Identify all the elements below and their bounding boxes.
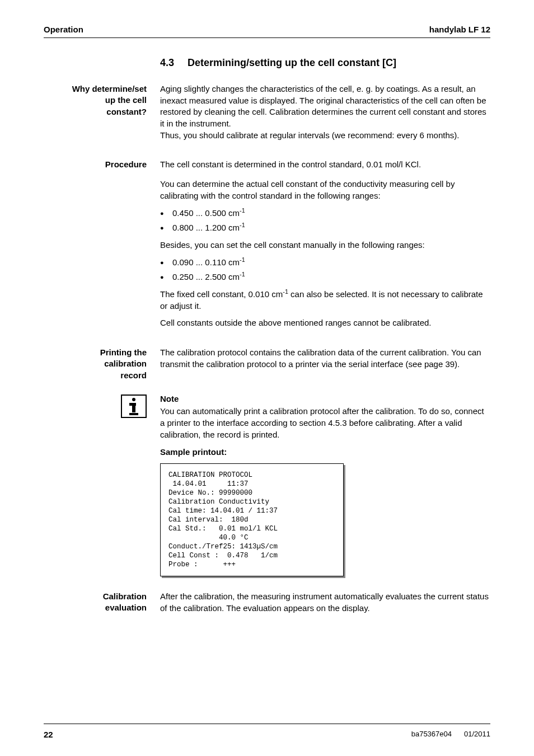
procedure-line1: The cell constant is determined in the c…: [160, 159, 490, 171]
margin-calib-eval: Calibration evaluation: [44, 591, 160, 619]
range-exp: -1: [240, 271, 245, 278]
margin-info-icon: [44, 393, 160, 576]
margin-text: Printing the: [100, 348, 147, 357]
info-icon: [121, 395, 147, 418]
procedure-line3: Besides, you can set the cell constant m…: [160, 240, 490, 251]
procedure-line2: You can determine the actual cell consta…: [160, 179, 490, 201]
fixed-constant: The fixed cell constant, 0.010 cm-1 can …: [160, 289, 490, 312]
margin-text: Why determine/set: [72, 84, 147, 93]
margin-text: Calibration: [103, 591, 147, 601]
range-item: 0.450 ... 0.500 cm-1: [160, 208, 490, 219]
range-item: 0.800 ... 1.200 cm-1: [160, 222, 490, 234]
note-title: Note: [160, 393, 490, 405]
range-value: 0.450 ... 0.500 cm: [172, 208, 240, 218]
margin-procedure: Procedure: [44, 159, 160, 335]
range-item: 0.090 ... 0.110 cm-1: [160, 257, 490, 269]
section-title: Determining/setting up the cell constant…: [188, 57, 396, 68]
section-heading: 4.3Determining/setting up the cell const…: [160, 57, 490, 69]
margin-text: calibration: [104, 359, 147, 368]
margin-why: Why determine/set up the cell constant?: [44, 83, 160, 147]
footer-code: ba75367e04: [411, 730, 452, 739]
margin-printing: Printing the calibration record: [44, 347, 160, 381]
sample-printout: CALIBRATION PROTOCOL 14.04.01 11:37 Devi…: [160, 463, 344, 576]
range-item: 0.250 ... 2.500 cm-1: [160, 271, 490, 283]
calib-eval-text: After the calibration, the measuring ins…: [160, 591, 490, 614]
header-right: handylab LF 12: [429, 25, 490, 34]
range-value: 0.800 ... 1.200 cm: [172, 223, 240, 232]
range-value: 0.250 ... 2.500 cm: [172, 272, 240, 281]
printing-text: The calibration protocol contains the ca…: [160, 347, 490, 370]
margin-text: record: [120, 370, 147, 380]
section-number: 4.3: [160, 57, 174, 69]
range-value: 0.090 ... 0.110 cm: [172, 257, 240, 267]
fixed-exp: -1: [283, 288, 288, 295]
page-footer: 22 ba75367e04 01/2011: [44, 724, 490, 739]
footer-date: 01/2011: [464, 730, 490, 739]
margin-text: constant?: [106, 107, 147, 116]
margin-text: up the cell: [105, 95, 147, 105]
range-exp: -1: [240, 207, 245, 214]
fixed-text-a: The fixed cell constant, 0.010 cm: [160, 289, 283, 299]
note-text: You can automatically print a calibratio…: [160, 406, 490, 440]
why-para2: Thus, you should calibrate at regular in…: [160, 130, 490, 142]
range-exp: -1: [240, 222, 245, 228]
margin-text: evaluation: [105, 603, 147, 612]
range-exp: -1: [240, 256, 245, 263]
why-para1: Aging slightly changes the characteristi…: [160, 83, 490, 130]
sample-title: Sample printout:: [160, 447, 490, 458]
outside-range: Cell constants outside the above mention…: [160, 317, 490, 329]
margin-text: Procedure: [105, 159, 147, 169]
page-number: 22: [44, 730, 53, 739]
header-left: Operation: [44, 25, 83, 34]
